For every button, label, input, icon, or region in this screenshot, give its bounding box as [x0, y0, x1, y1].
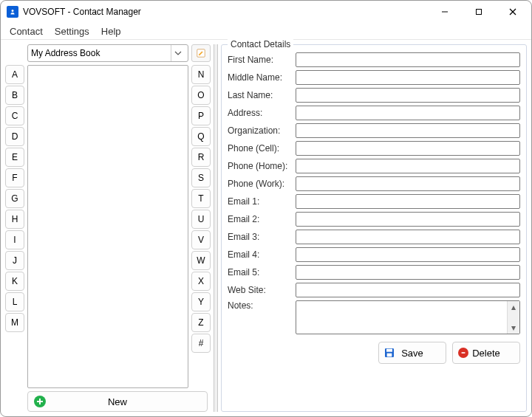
save-button[interactable]: Save	[378, 342, 446, 364]
address-input[interactable]	[296, 106, 520, 120]
email5-label: Email 5:	[228, 267, 291, 278]
email3-input[interactable]	[296, 230, 520, 244]
organization-input[interactable]	[296, 123, 520, 138]
last-name-label: Last Name:	[228, 90, 291, 100]
button-row: Save Delete	[228, 342, 520, 364]
website-label: Web Site:	[228, 285, 291, 295]
middle-name-input[interactable]	[296, 70, 520, 85]
az-left-column: ABCDEFGHIJKLM	[5, 65, 24, 388]
menubar: Contact Settings Help	[1, 23, 531, 40]
body: My Address Book ABCDEFGHIJKLM NOPQRSTUVW…	[1, 40, 531, 416]
field-row-organization: Organization:	[228, 123, 520, 138]
menu-help[interactable]: Help	[95, 24, 127, 38]
az-button-q[interactable]: Q	[191, 127, 211, 146]
az-button-b[interactable]: B	[5, 86, 24, 105]
save-button-label: Save	[401, 348, 423, 359]
email2-input[interactable]	[296, 212, 520, 227]
az-button-a[interactable]: A	[5, 65, 24, 84]
az-button-k[interactable]: K	[5, 272, 24, 291]
mid-row: ABCDEFGHIJKLM NOPQRSTUVWXYZ#	[5, 65, 211, 388]
az-button-s[interactable]: S	[191, 168, 211, 187]
az-button-r[interactable]: R	[191, 148, 211, 167]
notes-input[interactable]: ▴ ▾	[296, 300, 520, 334]
first-name-label: First Name:	[228, 55, 291, 65]
close-button[interactable]	[496, 1, 530, 23]
contact-list[interactable]	[27, 65, 188, 388]
field-row-email3: Email 3:	[228, 230, 520, 244]
az-button-v[interactable]: V	[191, 230, 211, 249]
phone-home-input[interactable]	[296, 159, 520, 173]
az-button-j[interactable]: J	[5, 251, 24, 270]
phone-work-label: Phone (Work):	[228, 179, 291, 189]
new-row: New	[5, 391, 211, 412]
az-button-hash[interactable]: #	[191, 334, 211, 353]
first-name-input[interactable]	[296, 52, 520, 67]
field-row-middle-name: Middle Name:	[228, 70, 520, 85]
az-button-o[interactable]: O	[191, 86, 211, 105]
az-button-z[interactable]: Z	[191, 313, 211, 332]
phone-work-input[interactable]	[296, 176, 520, 191]
field-row-phone-cell: Phone (Cell):	[228, 141, 520, 156]
email1-input[interactable]	[296, 194, 520, 209]
field-row-address: Address:	[228, 106, 520, 120]
svg-rect-2	[477, 10, 482, 15]
last-name-input[interactable]	[296, 88, 520, 103]
az-button-w[interactable]: W	[191, 251, 211, 270]
az-button-g[interactable]: G	[5, 189, 24, 208]
email5-input[interactable]	[296, 265, 520, 280]
delete-button[interactable]: Delete	[452, 342, 520, 364]
address-book-row: My Address Book	[5, 44, 211, 62]
az-button-h[interactable]: H	[5, 210, 24, 229]
field-row-email1: Email 1:	[228, 194, 520, 209]
az-button-e[interactable]: E	[5, 148, 24, 167]
splitter[interactable]	[214, 44, 218, 412]
svg-rect-10	[387, 354, 392, 357]
az-button-x[interactable]: X	[191, 272, 211, 291]
middle-name-label: Middle Name:	[228, 72, 291, 83]
address-book-selected: My Address Book	[31, 48, 100, 58]
az-button-i[interactable]: I	[5, 230, 24, 249]
email3-label: Email 3:	[228, 232, 291, 242]
field-row-email4: Email 4:	[228, 247, 520, 262]
az-button-t[interactable]: T	[191, 189, 211, 208]
titlebar: VOVSOFT - Contact Manager	[1, 1, 531, 23]
maximize-button[interactable]	[462, 1, 496, 23]
left-pane: My Address Book ABCDEFGHIJKLM NOPQRSTUVW…	[5, 44, 211, 412]
contact-details-caption: Contact Details	[228, 39, 293, 49]
az-button-p[interactable]: P	[191, 106, 211, 125]
scroll-down-icon: ▾	[508, 322, 519, 334]
save-icon	[383, 347, 395, 359]
notes-label: Notes:	[228, 300, 291, 311]
az-button-n[interactable]: N	[191, 65, 211, 84]
email4-input[interactable]	[296, 247, 520, 262]
phone-cell-label: Phone (Cell):	[228, 143, 291, 154]
svg-rect-9	[386, 349, 392, 352]
phone-home-label: Phone (Home):	[228, 161, 291, 171]
app-window: VOVSOFT - Contact Manager Contact Settin…	[0, 0, 532, 417]
address-label: Address:	[228, 108, 291, 118]
edit-address-book-button[interactable]	[191, 44, 211, 62]
az-right-column: NOPQRSTUVWXYZ#	[191, 65, 211, 388]
delete-button-label: Delete	[472, 348, 500, 359]
address-book-select[interactable]: My Address Book	[27, 44, 188, 62]
az-button-c[interactable]: C	[5, 106, 24, 125]
email4-label: Email 4:	[228, 249, 291, 260]
az-button-u[interactable]: U	[191, 210, 211, 229]
field-row-email2: Email 2:	[228, 212, 520, 227]
az-button-y[interactable]: Y	[191, 292, 211, 311]
az-button-m[interactable]: M	[5, 313, 24, 332]
notes-scrollbar[interactable]: ▴ ▾	[507, 301, 519, 334]
chevron-down-icon	[171, 45, 185, 61]
menu-contact[interactable]: Contact	[4, 24, 49, 38]
menu-settings[interactable]: Settings	[49, 24, 95, 38]
website-input[interactable]	[296, 283, 520, 297]
phone-cell-input[interactable]	[296, 141, 520, 156]
notes-value	[296, 301, 507, 334]
az-button-d[interactable]: D	[5, 127, 24, 146]
new-button[interactable]: New	[27, 391, 208, 412]
az-button-f[interactable]: F	[5, 168, 24, 187]
app-icon	[7, 6, 18, 18]
az-button-l[interactable]: L	[5, 292, 24, 311]
minimize-button[interactable]	[428, 1, 462, 23]
scroll-up-icon: ▴	[508, 301, 519, 313]
